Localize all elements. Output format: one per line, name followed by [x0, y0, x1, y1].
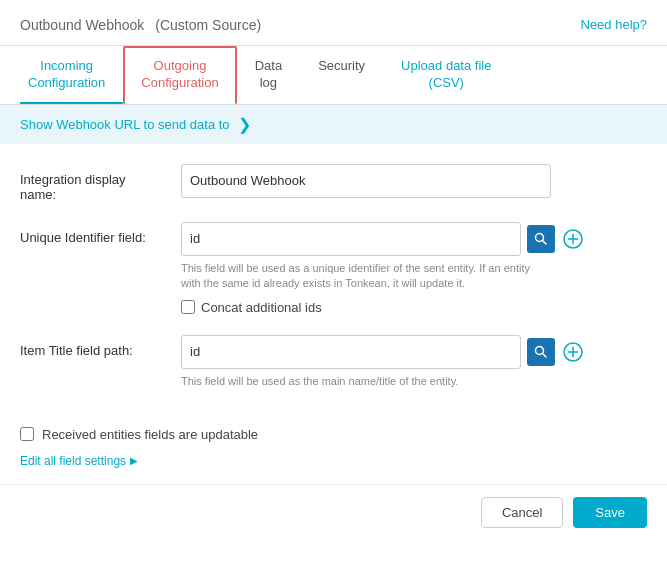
page-header: Outbound Webhook (Custom Source) Need he…	[0, 0, 667, 46]
svg-line-6	[543, 353, 547, 357]
item-title-hint: This field will be used as the main name…	[181, 374, 551, 389]
unique-identifier-input[interactable]	[181, 222, 521, 256]
integration-display-name-input[interactable]	[181, 164, 551, 198]
tab-outgoing[interactable]: OutgoingConfiguration	[123, 46, 236, 104]
unique-identifier-hint: This field will be used as a unique iden…	[181, 261, 551, 292]
title-text: Outbound Webhook	[20, 17, 144, 33]
search-icon	[534, 345, 548, 359]
subtitle-text: (Custom Source)	[155, 17, 261, 33]
tab-incoming[interactable]: IncomingConfiguration	[20, 46, 123, 104]
tab-security[interactable]: Security	[300, 46, 383, 104]
unique-identifier-label: Unique Identifier field:	[20, 222, 165, 245]
form-content: Integration displayname: Unique Identifi…	[0, 144, 667, 419]
page-title: Outbound Webhook (Custom Source)	[20, 14, 261, 35]
banner-label: Show Webhook URL to send data to	[20, 117, 230, 132]
item-title-row: Item Title field path:	[20, 335, 647, 389]
tab-bar: IncomingConfiguration OutgoingConfigurat…	[0, 46, 667, 105]
save-button[interactable]: Save	[573, 497, 647, 528]
item-title-search-button[interactable]	[527, 338, 555, 366]
unique-identifier-row: Unique Identifier field:	[20, 222, 647, 315]
cancel-button[interactable]: Cancel	[481, 497, 563, 528]
unique-identifier-field: This field will be used as a unique iden…	[181, 222, 647, 315]
integration-display-name-field	[181, 164, 647, 198]
svg-line-1	[543, 240, 547, 244]
integration-display-name-label: Integration displayname:	[20, 164, 165, 202]
edit-all-label: Edit all field settings	[20, 454, 126, 468]
integration-display-name-row: Integration displayname:	[20, 164, 647, 202]
add-circle-icon	[563, 229, 583, 249]
item-title-add-button[interactable]	[561, 340, 585, 364]
updatable-row: Received entities fields are updatable	[20, 427, 667, 442]
banner-arrow-icon: ❯	[238, 115, 251, 134]
unique-identifier-add-button[interactable]	[561, 227, 585, 251]
edit-all-link[interactable]: Edit all field settings ▶	[20, 454, 667, 468]
add-circle-icon	[563, 342, 583, 362]
concat-ids-label: Concat additional ids	[201, 300, 322, 315]
tab-upload[interactable]: Upload data file(CSV)	[383, 46, 509, 104]
item-title-input[interactable]	[181, 335, 521, 369]
search-icon	[534, 232, 548, 246]
updatable-label: Received entities fields are updatable	[42, 427, 258, 442]
concat-ids-row: Concat additional ids	[181, 300, 647, 315]
unique-identifier-search-button[interactable]	[527, 225, 555, 253]
item-title-label: Item Title field path:	[20, 335, 165, 358]
tab-datalog[interactable]: Datalog	[237, 46, 300, 104]
item-title-field: This field will be used as the main name…	[181, 335, 647, 389]
concat-ids-checkbox[interactable]	[181, 300, 195, 314]
bottom-action-bar: Cancel Save	[0, 484, 667, 540]
edit-all-arrow-icon: ▶	[130, 455, 138, 466]
need-help-link[interactable]: Need help?	[581, 17, 648, 32]
updatable-checkbox[interactable]	[20, 427, 34, 441]
webhook-url-banner[interactable]: Show Webhook URL to send data to ❯	[0, 105, 667, 144]
